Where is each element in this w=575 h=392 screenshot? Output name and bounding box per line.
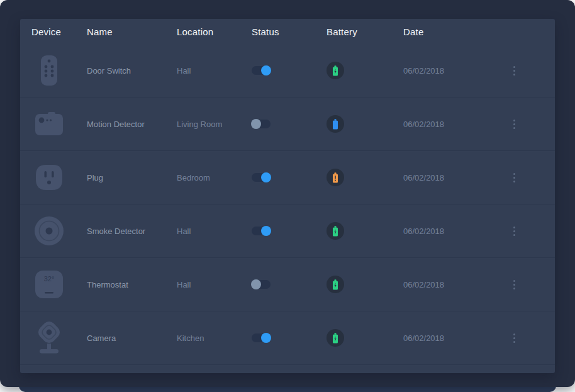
kebab-menu-icon[interactable] [508,116,520,132]
column-header-device: Device [31,26,87,37]
column-header-battery: Battery [327,26,403,37]
plug-icon [31,159,67,196]
kebab-menu-icon[interactable] [508,170,520,185]
app-window: Device Name Location Status Battery Date… [0,0,575,392]
device-date: 06/02/2018 [403,173,508,182]
kebab-menu-icon[interactable] [508,330,520,345]
device-date: 06/02/2018 [403,120,508,129]
device-name: Plug [87,173,177,182]
table-row: Smoke Detector Hall 06/02/2018 [20,204,555,258]
smoke-detector-icon [31,212,67,250]
toggle-knob [261,65,271,76]
toggle-knob [261,172,271,182]
battery-charging-icon [327,329,344,347]
toggle-knob [251,119,261,129]
battery-charging-icon [327,222,344,240]
thermostat-reading: 32° [44,275,55,283]
battery-charging-icon [327,276,344,293]
device-location: Kitchen [177,333,252,343]
battery-alert-icon [327,169,344,186]
device-date: 06/02/2018 [403,333,508,343]
device-name: Motion Detector [87,120,177,129]
device-name: Smoke Detector [87,227,177,236]
device-name: Door Switch [87,66,177,76]
device-location: Hall [177,280,252,289]
column-header-date: Date [403,26,508,37]
kebab-menu-icon[interactable] [508,63,520,78]
device-location: Hall [177,66,252,76]
table-row: Camera Kitchen 06/02/2018 [20,311,555,365]
status-toggle[interactable] [252,280,271,289]
column-header-status: Status [252,26,327,37]
toggle-knob [261,333,271,343]
camera-icon [31,319,67,357]
device-date: 06/02/2018 [403,66,508,76]
status-toggle[interactable] [252,227,271,235]
device-date: 06/02/2018 [403,227,508,236]
column-header-location: Location [177,26,252,37]
device-location: Bedroom [177,173,252,182]
status-toggle[interactable] [252,120,271,128]
toggle-knob [251,279,261,289]
remote-control-icon [31,52,67,89]
status-toggle[interactable] [252,333,271,342]
column-header-name: Name [87,26,177,37]
status-toggle[interactable] [252,66,271,75]
device-table: Device Name Location Status Battery Date… [20,19,555,373]
battery-charging-icon [327,62,344,79]
toggle-knob [261,226,271,236]
table-row: 32° Thermostat Hall 06/02/2018 [20,258,555,311]
table-row: Motion Detector Living Room 06/02/2018 [20,98,555,151]
kebab-menu-icon[interactable] [508,223,520,238]
thermostat-icon: 32° [31,266,67,303]
kebab-menu-icon[interactable] [508,277,520,292]
table-row: Door Switch Hall 06/02/2018 [20,44,555,98]
device-location: Hall [177,227,252,236]
table-row: Plug Bedroom 06/02/2018 [20,151,555,204]
table-header-row: Device Name Location Status Battery Date [20,19,555,44]
battery-full-icon [327,115,344,133]
device-name: Camera [87,333,177,343]
device-date: 06/02/2018 [403,280,508,289]
status-toggle[interactable] [252,173,271,182]
motion-detector-icon [31,105,67,143]
device-name: Thermostat [87,280,177,289]
device-location: Living Room [177,120,252,129]
